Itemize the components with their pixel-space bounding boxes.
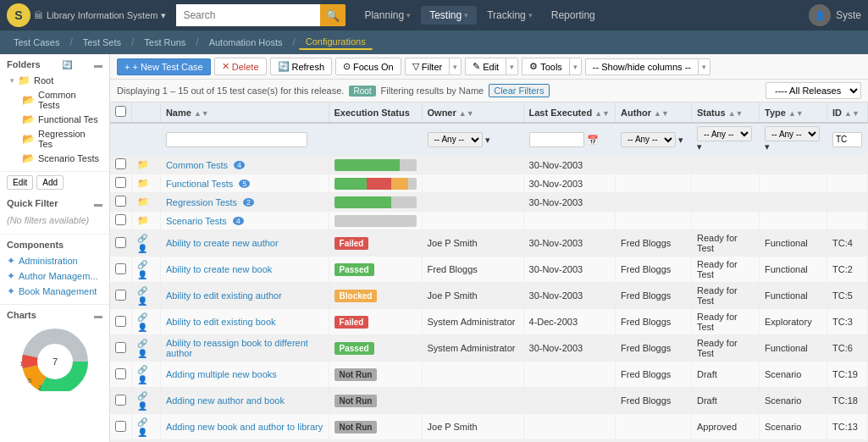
focus-on-button[interactable]: ⊙ Focus On <box>335 58 401 75</box>
row-name-cell: Adding new author and book <box>160 388 329 414</box>
nav-testing[interactable]: Testing ▾ <box>421 6 477 25</box>
row-checkbox[interactable] <box>115 316 126 327</box>
edit-button[interactable]: ✎ Edit <box>465 58 506 75</box>
status-badge: Not Run <box>334 421 378 434</box>
row-checkbox[interactable] <box>115 196 126 207</box>
folder-name-link[interactable]: Functional Tests 5 <box>166 179 323 189</box>
row-icon-cell: 🔗 👤 <box>132 414 161 440</box>
author-cell: Fred Bloggs <box>616 257 692 283</box>
id-filter-input[interactable] <box>832 132 862 147</box>
component-book-management[interactable]: ✦ Book Management <box>7 284 102 299</box>
test-name-link[interactable]: Adding new author and book <box>166 395 323 406</box>
component-author-management[interactable]: ✦ Author Managem... <box>7 268 102 284</box>
table-row: 🔗 👤 Adding new book and author to librar… <box>110 414 868 440</box>
row-checkbox[interactable] <box>115 237 126 248</box>
refresh-icon[interactable]: 🔄 <box>62 60 72 69</box>
type-filter-select[interactable]: -- Any -- <box>765 126 820 141</box>
filter-button[interactable]: ▽ Filter <box>405 58 449 75</box>
tools-dropdown-button[interactable]: ▾ <box>569 58 582 75</box>
author-cell: Fred Bloggs <box>616 283 692 309</box>
tree-functional-tests[interactable]: 📂 Functional Tes <box>19 112 102 127</box>
search-button[interactable]: 🔍 <box>320 4 346 26</box>
row-checkbox[interactable] <box>115 421 126 432</box>
test-name-link[interactable]: Ability to edit existing author <box>166 290 323 301</box>
delete-button[interactable]: ✕ Delete <box>214 58 267 75</box>
subnav-test-cases[interactable]: Test Cases <box>7 36 66 49</box>
author-filter-select[interactable]: -- Any -- <box>621 132 676 147</box>
name-header[interactable]: Name ▲▼ <box>160 102 329 123</box>
search-box[interactable]: 🔍 <box>176 4 346 26</box>
last-executed-cell: 30-Nov-2003 <box>523 335 615 362</box>
new-test-case-button[interactable]: + + New Test Case <box>117 58 211 75</box>
subnav-configurations[interactable]: Configurations <box>299 35 373 50</box>
tree-scenario-tests[interactable]: 📂 Scenario Tests <box>19 151 102 166</box>
row-checkbox[interactable] <box>115 395 126 406</box>
collapse-icon[interactable]: ▬ <box>94 60 102 69</box>
clear-filters-button[interactable]: Clear Filters <box>489 84 549 97</box>
test-name-link[interactable]: Ability to create new book <box>166 264 323 274</box>
nav-tracking[interactable]: Tracking ▾ <box>478 6 541 25</box>
row-checkbox[interactable] <box>115 263 126 274</box>
component-administration[interactable]: ✦ Administration <box>7 253 102 268</box>
show-hide-dropdown-button[interactable]: ▾ <box>698 58 710 75</box>
name-filter-input[interactable] <box>166 132 307 147</box>
refresh-button[interactable]: 🔄 Refresh <box>270 58 333 75</box>
test-name-link[interactable]: Ability to create new author <box>166 238 323 248</box>
status-filter-select[interactable]: -- Any -- <box>697 126 752 141</box>
nav-planning[interactable]: Planning ▾ <box>356 6 419 25</box>
edit-dropdown-button[interactable]: ▾ <box>506 58 518 75</box>
date-filter-input[interactable] <box>529 132 584 147</box>
exec-bar <box>334 159 417 171</box>
all-releases-select[interactable]: ---- All Releases <box>766 82 861 99</box>
table-row: 🔗 👤 Ability to create new book Passed Fr… <box>110 257 868 283</box>
quick-filter-collapse-icon[interactable]: ▬ <box>94 199 102 208</box>
author-header[interactable]: Author ▲▼ <box>616 102 692 123</box>
add-button[interactable]: Add <box>36 175 64 190</box>
owner-header[interactable]: Owner ▲▼ <box>422 102 523 123</box>
subnav-test-runs[interactable]: Test Runs <box>137 36 192 49</box>
test-name-link[interactable]: Adding new book and author to library <box>166 422 323 432</box>
charts-collapse-icon[interactable]: ▬ <box>94 311 102 320</box>
filter-icon: ▽ <box>412 61 419 72</box>
folder-icon: 📁 <box>137 159 149 169</box>
folder-name-link[interactable]: Regression Tests 2 <box>166 197 323 207</box>
test-name-link[interactable]: Ability to reassign book to different au… <box>166 338 323 358</box>
owner-cell: System Administrator <box>422 309 523 335</box>
row-checkbox[interactable] <box>115 342 126 353</box>
select-all-checkbox[interactable] <box>115 106 126 117</box>
test-icon: 👤 <box>137 349 147 358</box>
subnav-test-sets[interactable]: Test Sets <box>76 36 128 49</box>
row-checkbox[interactable] <box>115 177 126 188</box>
status-badge: Passed <box>334 263 374 276</box>
status-badge: Not Run <box>334 368 378 381</box>
show-hide-columns-button[interactable]: -- Show/hide columns -- <box>585 58 698 75</box>
folder-name-link[interactable]: Scenario Tests 4 <box>166 216 323 226</box>
execution-status-header[interactable]: Execution Status <box>329 102 422 123</box>
tree-common-tests[interactable]: 📂 Common Tests <box>19 88 102 112</box>
type-header[interactable]: Type ▲▼ <box>760 102 827 123</box>
edit-button[interactable]: Edit <box>7 175 33 190</box>
filter-dropdown-button[interactable]: ▾ <box>449 58 462 75</box>
row-checkbox[interactable] <box>115 368 126 379</box>
test-name-link[interactable]: Adding multiple new books <box>166 369 323 379</box>
row-checkbox[interactable] <box>115 214 126 225</box>
row-name-cell: Ability to create new book <box>160 257 329 283</box>
tree-regression-tests[interactable]: 📂 Regression Tes <box>19 127 102 151</box>
nav-reporting[interactable]: Reporting <box>543 6 604 25</box>
row-checkbox[interactable] <box>115 158 126 169</box>
status-cell: Ready for Test <box>692 283 760 309</box>
tools-button[interactable]: ⚙ Tools <box>522 58 569 75</box>
row-checkbox[interactable] <box>115 290 126 301</box>
search-input[interactable] <box>176 4 320 26</box>
status-header[interactable]: Status ▲▼ <box>692 102 760 123</box>
folder-icon: 📁 <box>137 178 149 188</box>
row-icon-cell: 🔗 👤 <box>132 257 161 283</box>
id-header[interactable]: ID ▲▼ <box>827 102 868 123</box>
donut-chart: 7 5 2 1 <box>13 323 97 391</box>
owner-filter-select[interactable]: -- Any -- <box>428 132 483 147</box>
last-executed-header[interactable]: Last Executed ▲▼ <box>523 102 615 123</box>
subnav-automation-hosts[interactable]: Automation Hosts <box>202 36 290 49</box>
tree-root[interactable]: ▾ 📁 Root <box>7 73 102 88</box>
test-name-link[interactable]: Ability to edit existing book <box>166 317 323 327</box>
folder-name-link[interactable]: Common Tests 4 <box>166 160 323 170</box>
